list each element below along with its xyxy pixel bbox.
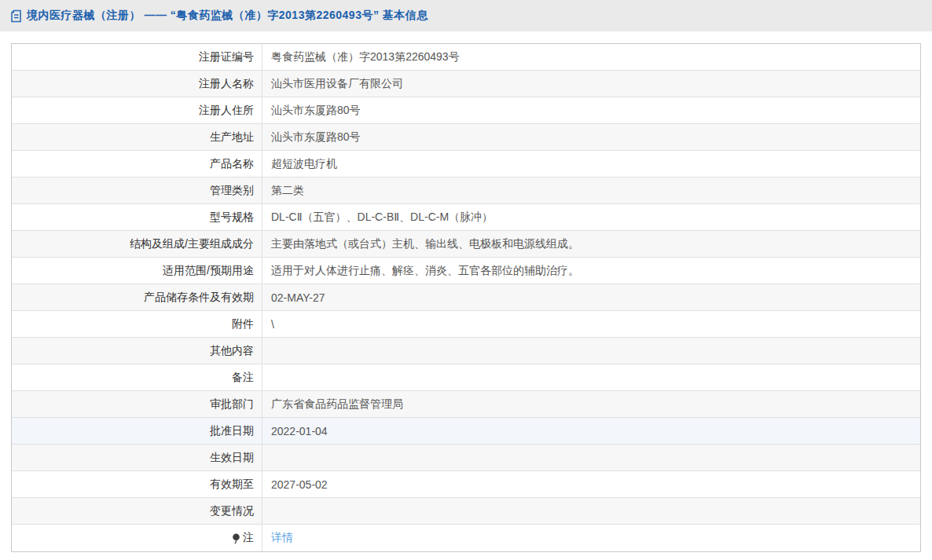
- row-value: 汕头市东厦路80号: [262, 124, 920, 150]
- row-label: 产品名称: [12, 151, 262, 177]
- row-value: [262, 364, 920, 390]
- table-row: 其他内容: [12, 338, 920, 364]
- table-row: 产品名称超短波电疗机: [12, 151, 920, 178]
- table-row: 结构及组成/主要组成成分主要由落地式（或台式）主机、输出线、电极板和电源线组成。: [12, 231, 920, 258]
- table-row: 审批部门广东省食品药品监督管理局: [12, 391, 920, 418]
- page-header: 境内医疗器械（注册） —— “粤食药监械（准）字2013第2260493号” 基…: [0, 0, 932, 31]
- row-label: 批准日期: [12, 418, 262, 444]
- row-label: 注册人名称: [12, 71, 262, 97]
- table-row: 变更情况: [12, 498, 920, 525]
- table-row: 产品储存条件及有效期02-MAY-27: [12, 284, 920, 311]
- row-label: 有效期至: [12, 471, 262, 497]
- row-label: 型号规格: [12, 204, 262, 230]
- row-value: \: [262, 311, 920, 337]
- row-label: 变更情况: [12, 498, 262, 524]
- table-row: 型号规格DL-CⅡ（五官）、DL-C-BⅡ、DL-C-M（脉冲）: [12, 204, 920, 231]
- table-row: 注册人名称汕头市医用设备厂有限公司: [12, 71, 920, 97]
- row-value: 2022-01-04: [262, 418, 920, 444]
- row-label: 备注: [12, 364, 262, 390]
- row-value: 广东省食品药品监督管理局: [262, 391, 920, 417]
- row-label: 注册人住所: [12, 97, 262, 123]
- row-value: 超短波电疗机: [262, 151, 920, 177]
- table-row: 注详情: [12, 525, 920, 551]
- row-label: 结构及组成/主要组成成分: [12, 231, 262, 257]
- table-row: 管理类别第二类: [12, 178, 920, 204]
- row-label: 注: [12, 525, 262, 551]
- row-label: 生产地址: [12, 124, 262, 150]
- row-value: [262, 338, 920, 364]
- page-title: 境内医疗器械（注册） —— “粤食药监械（准）字2013第2260493号” 基…: [27, 9, 428, 23]
- row-label: 管理类别: [12, 178, 262, 203]
- row-value: [262, 498, 920, 524]
- row-value: [262, 445, 920, 470]
- row-label: 生效日期: [12, 445, 262, 470]
- table-row: 适用范围/预期用途适用于对人体进行止痛、解痉、消炎、五官各部位的辅助治疗。: [12, 258, 920, 284]
- row-label: 注册证编号: [12, 44, 262, 70]
- row-label: 适用范围/预期用途: [12, 258, 262, 284]
- row-value: 粤食药监械（准）字2013第2260493号: [262, 44, 920, 70]
- table-row: 批准日期2022-01-04: [12, 418, 920, 445]
- row-value: 主要由落地式（或台式）主机、输出线、电极板和电源线组成。: [262, 231, 920, 257]
- document-icon: [10, 9, 22, 23]
- row-label: 附件: [12, 311, 262, 337]
- table-row: 附件\: [12, 311, 920, 338]
- table-row: 生效日期: [12, 445, 920, 471]
- row-value: 汕头市东厦路80号: [262, 97, 920, 123]
- info-table: 注册证编号粤食药监械（准）字2013第2260493号注册人名称汕头市医用设备厂…: [11, 43, 921, 552]
- row-value: DL-CⅡ（五官）、DL-C-BⅡ、DL-C-M（脉冲）: [262, 204, 920, 230]
- row-label: 其他内容: [12, 338, 262, 364]
- table-row: 生产地址汕头市东厦路80号: [12, 124, 920, 151]
- row-value: 02-MAY-27: [262, 284, 920, 310]
- details-link[interactable]: 详情: [271, 531, 293, 545]
- row-value: 2027-05-02: [262, 471, 920, 497]
- row-value: 汕头市医用设备厂有限公司: [262, 71, 920, 97]
- table-row: 有效期至2027-05-02: [12, 471, 920, 498]
- table-row: 注册人住所汕头市东厦路80号: [12, 97, 920, 124]
- row-value: 详情: [262, 525, 920, 551]
- row-label: 审批部门: [12, 391, 262, 417]
- table-row: 注册证编号粤食药监械（准）字2013第2260493号: [12, 44, 920, 71]
- row-label: 产品储存条件及有效期: [12, 284, 262, 310]
- note-balloon-icon: [232, 533, 240, 544]
- row-value: 适用于对人体进行止痛、解痉、消炎、五官各部位的辅助治疗。: [262, 258, 920, 284]
- table-row: 备注: [12, 364, 920, 391]
- row-value: 第二类: [262, 178, 920, 203]
